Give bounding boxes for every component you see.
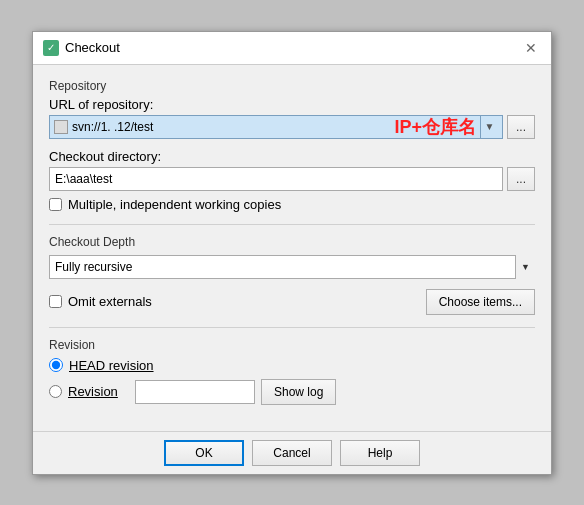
revision-header: Revision: [49, 338, 535, 352]
show-log-button[interactable]: Show log: [261, 379, 336, 405]
revision-number-input[interactable]: [135, 380, 255, 404]
url-row: svn://1. .12/test IP+仓库名 ▼ ...: [49, 115, 535, 139]
checkout-dir-field-label: Checkout directory:: [49, 149, 535, 164]
checkout-dir-label-text: Checkout directory:: [49, 149, 161, 164]
multiple-copies-label: Multiple, independent working copies: [68, 197, 281, 212]
checkout-dialog: ✓ Checkout ✕ Repository URL of repositor…: [32, 31, 552, 475]
divider-2: [49, 327, 535, 328]
checkout-dir-input[interactable]: [49, 167, 503, 191]
depth-row: Fully recursive Immediate children Only …: [49, 255, 535, 279]
omit-row: Omit externals Choose items...: [49, 289, 535, 315]
multiple-copies-checkbox[interactable]: [49, 198, 62, 211]
revision-label2-text: Revision: [68, 384, 118, 399]
revision-radio-label: Revision: [49, 384, 129, 399]
revision-label2: Revision: [68, 384, 118, 399]
close-button[interactable]: ✕: [521, 38, 541, 58]
checkout-dir-browse-button[interactable]: ...: [507, 167, 535, 191]
revision-radio[interactable]: [49, 385, 62, 398]
help-button[interactable]: Help: [340, 440, 420, 466]
url-dropdown-arrow[interactable]: ▼: [480, 115, 498, 139]
checkout-depth-header: Checkout Depth: [49, 235, 535, 249]
url-combobox[interactable]: svn://1. .12/test IP+仓库名 ▼: [49, 115, 503, 139]
omit-left: Omit externals: [49, 294, 152, 309]
window-title: Checkout: [65, 40, 120, 55]
ok-button[interactable]: OK: [164, 440, 244, 466]
omit-externals-label: Omit externals: [68, 294, 152, 309]
head-revision-row: HEAD revision: [49, 358, 535, 373]
multiple-copies-row: Multiple, independent working copies: [49, 197, 535, 212]
divider-1: [49, 224, 535, 225]
dialog-footer: OK Cancel Help: [33, 431, 551, 474]
url-value: svn://1. .12/test: [72, 120, 382, 134]
app-icon: ✓: [43, 40, 59, 56]
omit-externals-checkbox[interactable]: [49, 295, 62, 308]
head-revision-label: HEAD revision: [69, 358, 154, 373]
dialog-content: Repository URL of repository: svn://1. .…: [33, 65, 551, 431]
cancel-button[interactable]: Cancel: [252, 440, 332, 466]
url-label-text: URL of repository:: [49, 97, 153, 112]
depth-select-wrapper: Fully recursive Immediate children Only …: [49, 255, 535, 279]
url-annotation: IP+仓库名: [394, 115, 476, 139]
revision-section: HEAD revision Revision Show log: [49, 358, 535, 405]
checkout-dir-row: ...: [49, 167, 535, 191]
choose-items-button[interactable]: Choose items...: [426, 289, 535, 315]
title-bar-left: ✓ Checkout: [43, 40, 120, 56]
depth-select[interactable]: Fully recursive Immediate children Only …: [49, 255, 535, 279]
head-revision-label-text: HEAD revision: [69, 358, 154, 373]
head-revision-radio[interactable]: [49, 358, 63, 372]
svn-icon: [54, 120, 68, 134]
revision-input-row: Revision Show log: [49, 379, 535, 405]
repository-label: Repository: [49, 79, 535, 93]
url-field-label: URL of repository:: [49, 97, 535, 112]
url-browse-button[interactable]: ...: [507, 115, 535, 139]
title-bar: ✓ Checkout ✕: [33, 32, 551, 65]
